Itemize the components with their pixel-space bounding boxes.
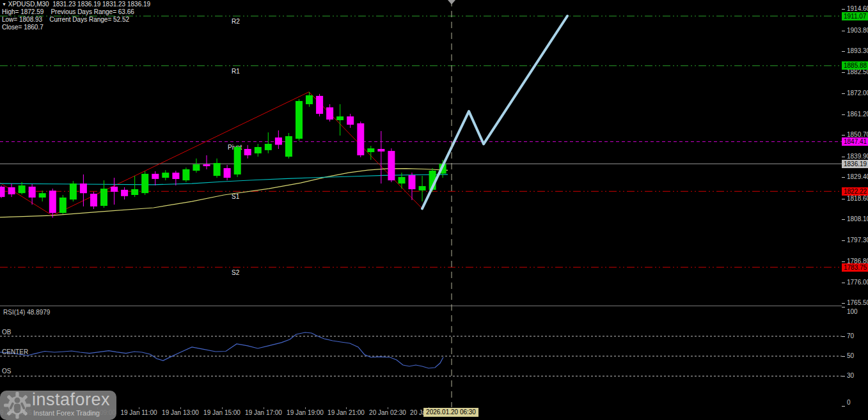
candle-body [398,177,406,183]
time-label: 19 Jan 11:00 [120,409,157,416]
candle-body [255,147,262,153]
expand-arrow-icon[interactable]: ▼ [2,2,6,6]
candle-body [419,186,426,191]
time-axis[interactable]: 2026.01.20 06:30 19 Jan 202619 Jan 09:00… [0,407,868,420]
price-tick-label: 1765.50 [847,299,868,307]
candle-body [100,189,107,206]
candle [162,170,169,180]
candle [409,173,416,200]
candle-body [121,190,128,196]
candles-layer [0,92,446,218]
candle-body [224,168,231,178]
main-chart[interactable]: R2R1PivotS1S2 [0,0,842,306]
candle [131,176,138,197]
candle-body [203,164,210,166]
rsi-os-label: OS [2,368,11,375]
candle [0,185,5,198]
candle-body [336,116,343,120]
price-tick-label: 1818.60 [847,195,868,203]
price-tick [842,199,845,199]
watermark-title: instaforex [32,390,110,410]
price-tick-label: 1808.10 [847,215,868,223]
candle-body [182,169,189,180]
candle [316,94,323,116]
time-label: 19 Jan 21:00 [327,409,365,416]
candle [244,145,251,159]
candle [70,181,77,201]
candle-body [49,191,56,213]
price-badge-r1: 1885.88 [842,61,868,70]
time-label: 19 Jan 19:00 [287,409,324,416]
candle [255,144,262,157]
candle-body [296,101,303,139]
rsi-tick [842,406,845,407]
candle-body [172,173,179,179]
candle [39,191,46,201]
forecast-projection-line[interactable] [422,16,567,208]
candle-body [347,116,354,125]
level-label-s1: S1 [232,193,240,200]
candle [182,167,189,182]
candle [172,171,179,185]
rsi-tick-label: 70 [847,332,854,340]
price-axis[interactable]: 1914.601903.801893.301882.501872.001861.… [842,0,868,420]
candle [306,92,313,107]
candle-body [306,95,313,104]
level-label-r2: R2 [232,18,240,25]
rsi-tick [842,336,845,337]
candle [121,187,128,199]
candle-body [377,149,384,152]
price-badge-r2: 1911.07 [842,12,868,20]
candle-body [275,137,282,144]
price-tick-label: 1893.30 [847,47,868,55]
price-badge-s2: 1783.75 [842,263,868,272]
candle-body [152,174,159,179]
rsi-tick-label: 50 [847,352,854,360]
candle [234,145,241,177]
candle-body [90,194,97,206]
candle-body [214,163,221,176]
price-tick [842,135,845,136]
candle [336,104,343,136]
price-badge-s1: 1822.22 [842,187,868,196]
candle-body [367,148,374,152]
candle [419,176,426,201]
candle-body [111,187,118,192]
candle-body [357,123,364,155]
candle-body [326,107,333,120]
candle [59,195,67,214]
price-badge-current: 1836.19 [842,160,868,168]
candle-body [70,183,77,199]
low-range-line: Low= 1808.93 Current Days Range= 52.52 [2,16,150,24]
info-panel: ▼ XPDUSD,M30 1831.23 1836.19 1831.23 183… [2,1,150,31]
candle-body [388,151,395,180]
price-tick [842,283,845,283]
instaforex-watermark: instaforex Instant Forex Trading [0,391,116,420]
candle-body [8,187,15,194]
candle-body [141,174,148,193]
price-badge-pivot: 1847.41 [842,137,868,146]
selected-time-badge: 2026.01.20 06:30 [423,408,478,417]
candle-body [19,185,26,193]
panel-separator[interactable] [0,306,868,306]
candle-body [59,198,67,213]
candle-body [234,147,241,175]
candle-body [80,183,87,193]
time-label: 20 Jan 02:30 [369,409,406,416]
price-tick [842,114,845,115]
rsi-panel[interactable] [0,307,842,407]
candle-body [0,187,5,197]
candle [296,99,303,141]
price-tick [842,177,845,178]
symbol-ohlc-text: XPDUSD,M30 1831.23 1836.19 1831.23 1836.… [8,1,150,8]
candle [224,165,231,180]
price-tick [842,261,845,262]
candle [193,159,200,173]
level-label-s2: S2 [232,269,240,276]
price-tick-label: 1903.80 [847,27,868,35]
candle-body [316,96,323,114]
rsi-center-label: CENTER [2,348,28,355]
price-tick-label: 1872.00 [847,89,868,97]
candle-body [265,144,272,150]
rsi-tick [842,307,845,307]
